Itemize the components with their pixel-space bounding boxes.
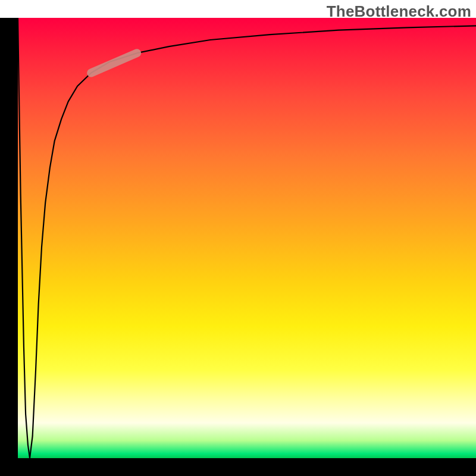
gradient-background bbox=[18, 18, 476, 458]
bottleneck-chart: TheBottleneck.com bbox=[0, 0, 476, 476]
x-axis bbox=[0, 458, 476, 476]
watermark-text: TheBottleneck.com bbox=[327, 2, 471, 21]
y-axis bbox=[0, 18, 18, 458]
plot-area bbox=[18, 18, 476, 458]
